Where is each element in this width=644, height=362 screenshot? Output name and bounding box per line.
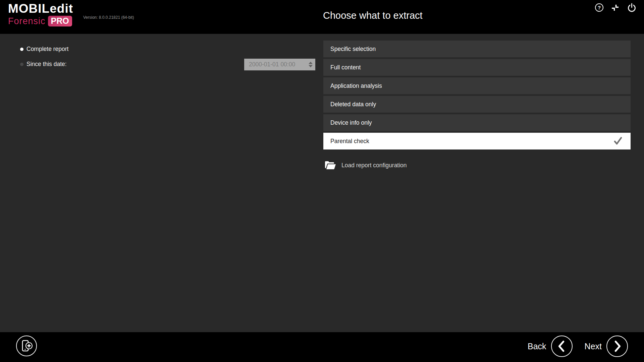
help-button[interactable]: ? — [595, 3, 603, 12]
option-full-content[interactable]: Full content — [323, 59, 631, 76]
radio-dot-unselected — [20, 63, 23, 66]
radio-label: Since this date: — [26, 61, 67, 68]
spinner-down-icon — [309, 65, 313, 67]
extract-options-list: Specific selection Full content Applicat… — [323, 41, 631, 151]
header-bar: MOBILedit Forensic PRO Version: 8.0.0.21… — [0, 0, 644, 34]
date-input[interactable] — [244, 59, 304, 70]
footer-navigation: Back Next — [528, 335, 628, 357]
power-icon — [627, 3, 637, 12]
next-button[interactable]: Next — [585, 336, 628, 357]
option-label: Device info only — [323, 119, 372, 126]
spinner-up-icon — [309, 62, 313, 64]
load-config-label: Load report configuration — [341, 162, 407, 169]
power-button[interactable] — [627, 3, 637, 12]
next-label: Next — [585, 342, 602, 351]
footer-bar: Back Next — [0, 332, 644, 362]
logo-forensic-text: Forensic — [8, 16, 46, 26]
radio-since-this-date[interactable]: Since this date: — [20, 61, 67, 68]
load-report-configuration-button[interactable]: Load report configuration — [325, 159, 407, 171]
logo-pro-badge: PRO — [48, 16, 72, 26]
restore-window-icon — [611, 3, 620, 12]
back-label: Back — [528, 342, 546, 351]
radio-dot-selected — [20, 48, 23, 51]
phone-plus-icon — [19, 339, 34, 353]
radio-complete-report[interactable]: Complete report — [20, 46, 68, 53]
page-title: Choose what to extract — [323, 10, 423, 21]
radio-label: Complete report — [26, 46, 68, 53]
date-spinner[interactable] — [308, 59, 313, 70]
header-icons: ? — [595, 3, 637, 12]
logo-mobiledit-text: MOBILedit — [8, 2, 73, 15]
option-label: Deleted data only — [323, 101, 376, 108]
back-button[interactable]: Back — [528, 336, 573, 357]
date-field — [244, 59, 315, 70]
option-application-analysis[interactable]: Application analysis — [323, 77, 631, 94]
option-deleted-data-only[interactable]: Deleted data only — [323, 96, 631, 113]
chevron-left-icon — [552, 336, 572, 357]
chevron-right-icon — [607, 336, 627, 357]
option-label: Application analysis — [323, 82, 382, 89]
add-device-button[interactable] — [16, 336, 37, 356]
option-parental-check[interactable]: Parental check — [323, 133, 631, 149]
version-text: Version: 8.0.0.21821 (64-bit) — [83, 15, 134, 20]
app-logo: MOBILedit Forensic PRO — [8, 2, 73, 26]
option-device-info-only[interactable]: Device info only — [323, 114, 631, 131]
option-label: Parental check — [323, 138, 369, 145]
option-label: Full content — [323, 64, 361, 71]
checkmark-icon — [613, 137, 623, 145]
restore-window-button[interactable] — [611, 3, 620, 12]
option-specific-selection[interactable]: Specific selection — [323, 41, 631, 57]
open-folder-icon — [325, 161, 336, 170]
option-label: Specific selection — [323, 46, 376, 53]
help-icon: ? — [595, 3, 603, 12]
